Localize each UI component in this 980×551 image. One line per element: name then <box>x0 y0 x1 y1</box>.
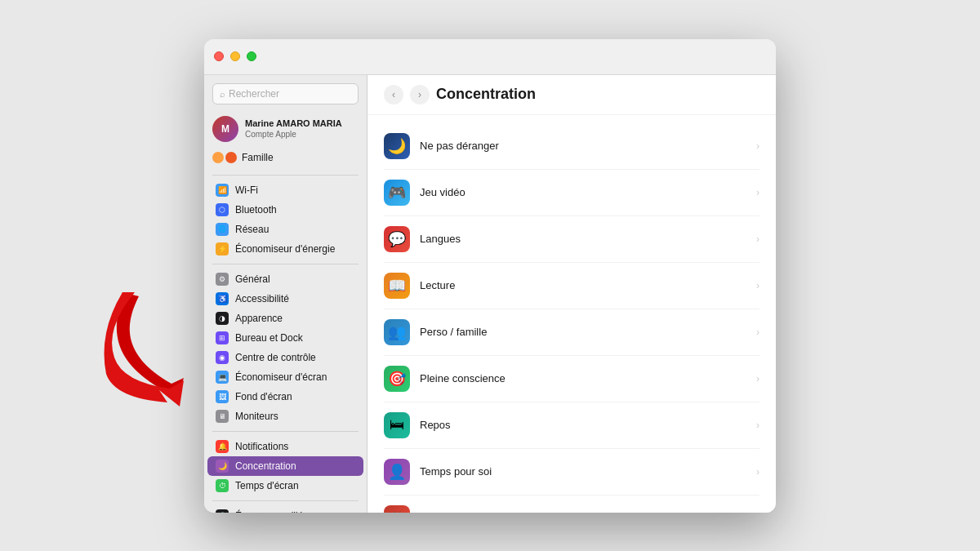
temps-ecran-label: Temps d'écran <box>235 480 299 491</box>
content-header: ‹ › Concentration <box>368 75 776 115</box>
sidebar-item-centre[interactable]: ◉ Centre de contrôle <box>207 348 363 367</box>
sidebar-divider-4 <box>212 500 359 501</box>
notifications-icon: 🔔 <box>216 440 229 453</box>
sidebar-item-economiseur-energie[interactable]: ⚡ Économiseur d'énergie <box>207 239 363 259</box>
ne-pas-deranger-icon: 🌙 <box>384 133 410 159</box>
sidebar-divider-2 <box>212 264 359 264</box>
sidebar-group-security: 🔒 Écran verrouillé 🛡 Confidentialité et … <box>204 504 367 513</box>
jeu-video-label: Jeu vidéo <box>420 186 746 198</box>
repos-icon: 🛏 <box>384 412 410 438</box>
sidebar-item-bluetooth[interactable]: ⬡ Bluetooth <box>207 200 363 220</box>
ne-pas-deranger-chevron: › <box>756 140 760 152</box>
temps-ecran-icon: ⏱ <box>216 479 229 492</box>
sidebar-item-fond[interactable]: 🖼 Fond d'écran <box>207 387 363 407</box>
sidebar-item-notifications[interactable]: 🔔 Notifications <box>207 437 363 456</box>
langues-label: Langues <box>420 233 746 245</box>
perso-famille-icon: 👥 <box>384 319 410 345</box>
user-subtitle: Compte Apple <box>245 130 342 139</box>
ne-pas-deranger-label: Ne pas déranger <box>420 140 746 152</box>
search-box[interactable]: ⌕ Rechercher <box>212 83 359 104</box>
apparence-icon: ◑ <box>216 312 229 325</box>
fond-label: Fond d'écran <box>235 391 292 402</box>
traffic-lights <box>214 51 256 61</box>
centre-label: Centre de contrôle <box>235 352 316 363</box>
search-icon: ⌕ <box>220 89 225 99</box>
sidebar-item-moniteurs[interactable]: 🖥 Moniteurs <box>207 407 363 426</box>
sidebar-item-general[interactable]: ⚙ Général <box>207 269 363 289</box>
moniteurs-label: Moniteurs <box>235 411 278 422</box>
concentration-item-jeu-video[interactable]: 🎮 Jeu vidéo › <box>384 170 760 216</box>
reseau-icon: 🌐 <box>216 223 229 236</box>
sidebar-item-wifi[interactable]: 📶 Wi-Fi <box>207 180 363 200</box>
user-info: Marine AMARO MARIA Compte Apple <box>245 118 342 138</box>
concentration-item-pleine-conscience[interactable]: 🎯 Pleine conscience › <box>384 356 760 402</box>
lecture-chevron: › <box>756 280 760 291</box>
notifications-label: Notifications <box>235 441 288 452</box>
perso-famille-label: Perso / famille <box>420 326 746 338</box>
minimize-button[interactable] <box>230 51 240 61</box>
moniteurs-icon: 🖥 <box>216 410 229 423</box>
sidebar-divider-1 <box>212 175 359 176</box>
general-label: Général <box>235 273 270 285</box>
lecture-icon: 📖 <box>384 273 410 299</box>
famille-label: Famille <box>242 152 274 163</box>
perso-famille-chevron: › <box>756 327 760 338</box>
bureau-label: Bureau et Dock <box>235 332 303 344</box>
ecran-saver-label: Économiseur d'écran <box>235 371 327 383</box>
concentration-item-perso-famille[interactable]: 👥 Perso / famille › <box>384 309 760 356</box>
sidebar-item-concentration[interactable]: 🌙 Concentration <box>207 456 363 476</box>
concentration-item-repos[interactable]: 🛏 Repos › <box>384 402 760 449</box>
sidebar: ⌕ Rechercher M Marine AMARO MARIA Compte… <box>204 75 368 513</box>
sidebar-item-famille[interactable]: Famille <box>204 149 367 171</box>
concentration-label: Concentration <box>235 460 296 472</box>
sidebar-item-reseau[interactable]: 🌐 Réseau <box>207 220 363 239</box>
langues-icon: 💬 <box>384 226 410 252</box>
sidebar-item-ecran-saver[interactable]: 💻 Économiseur d'écran <box>207 367 363 387</box>
apparence-label: Apparence <box>235 313 283 324</box>
sidebar-group-network: 📶 Wi-Fi ⬡ Bluetooth 🌐 Réseau ⚡ Économise… <box>204 179 367 260</box>
close-button[interactable] <box>214 51 224 61</box>
famille-icon <box>212 152 237 163</box>
repos-label: Repos <box>420 419 746 431</box>
nav-forward-button[interactable]: › <box>410 85 430 104</box>
repos-chevron: › <box>756 420 760 431</box>
maximize-button[interactable] <box>247 51 256 61</box>
concentration-item-lecture[interactable]: 📖 Lecture › <box>384 263 760 309</box>
reseau-label: Réseau <box>235 224 269 235</box>
jeu-video-chevron: › <box>756 187 760 198</box>
ecran-verrou-label: Écran verrouillé <box>235 510 303 513</box>
fond-icon: 🖼 <box>216 390 229 403</box>
nav-back-button[interactable]: ‹ <box>384 85 403 104</box>
user-name: Marine AMARO MARIA <box>245 118 342 129</box>
accessibilite-label: Accessibilité <box>235 293 289 304</box>
ecran-verrou-icon: 🔒 <box>216 509 229 513</box>
concentration-item-langues[interactable]: 💬 Langues › <box>384 216 760 263</box>
video-icon: 📺 <box>384 505 410 513</box>
temps-pour-soi-chevron: › <box>756 466 760 478</box>
user-section[interactable]: M Marine AMARO MARIA Compte Apple <box>204 113 367 149</box>
langues-chevron: › <box>756 233 760 245</box>
video-label: Vidéo <box>420 512 746 513</box>
concentration-item-temps-pour-soi[interactable]: 👤 Temps pour soi › <box>384 449 760 495</box>
concentration-item-ne-pas-deranger[interactable]: 🌙 Ne pas déranger › <box>384 123 760 170</box>
sidebar-group-focus: 🔔 Notifications 🌙 Concentration ⏱ Temps … <box>204 435 367 497</box>
sidebar-item-temps-ecran[interactable]: ⏱ Temps d'écran <box>207 476 363 495</box>
content-area: ‹ › Concentration 🌙 Ne pas déranger › 🎮 … <box>368 75 776 513</box>
general-icon: ⚙ <box>216 273 229 286</box>
sidebar-item-accessibilite[interactable]: ♿ Accessibilité <box>207 289 363 309</box>
titlebar <box>204 39 776 75</box>
bluetooth-icon: ⬡ <box>216 203 229 216</box>
temps-pour-soi-icon: 👤 <box>384 459 410 485</box>
concentration-item-video[interactable]: 📺 Vidéo › <box>384 495 760 513</box>
bluetooth-label: Bluetooth <box>235 204 277 216</box>
sidebar-item-ecran-verrou[interactable]: 🔒 Écran verrouillé <box>207 506 363 513</box>
system-preferences-window: ⌕ Rechercher M Marine AMARO MARIA Compte… <box>204 39 776 513</box>
sidebar-item-apparence[interactable]: ◑ Apparence <box>207 309 363 328</box>
sidebar-group-system: ⚙ Général ♿ Accessibilité ◑ Apparence ⊞ … <box>204 268 367 428</box>
lecture-label: Lecture <box>420 279 746 291</box>
wifi-label: Wi-Fi <box>235 184 258 196</box>
sidebar-item-bureau[interactable]: ⊞ Bureau et Dock <box>207 328 363 348</box>
concentration-items-list: 🌙 Ne pas déranger › 🎮 Jeu vidéo › 💬 Lang… <box>368 115 776 513</box>
ecran-saver-icon: 💻 <box>216 371 229 384</box>
wifi-icon: 📶 <box>216 184 229 197</box>
